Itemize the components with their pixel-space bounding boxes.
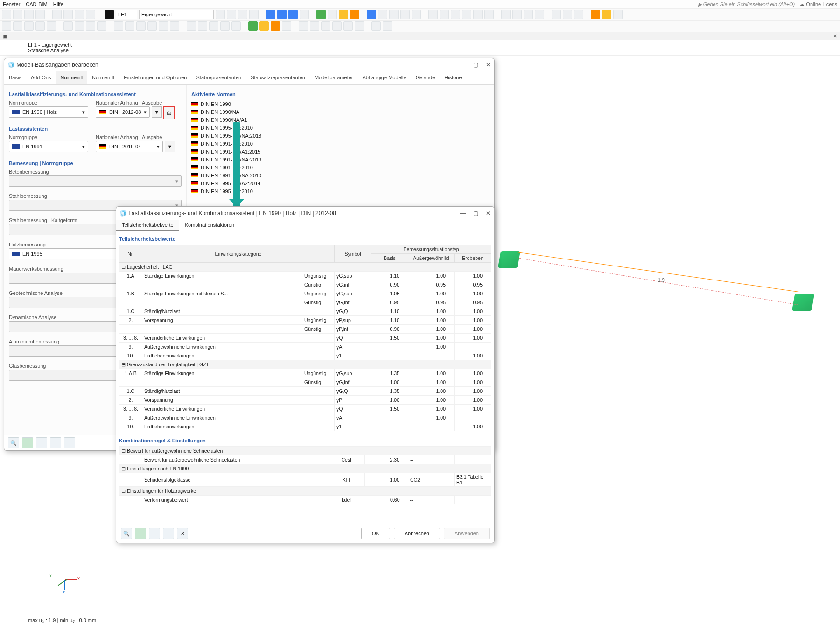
toolbar-icon[interactable] (24, 21, 34, 31)
dialog1-tab[interactable]: Stabsatzrepräsentanten (246, 71, 310, 84)
lf-code[interactable]: LF1 (116, 10, 137, 19)
menu-cadbim[interactable]: CAD-BIM (26, 1, 47, 7)
toolbar-icon[interactable] (350, 10, 359, 19)
lf-name[interactable]: Eigengewicht (139, 10, 214, 19)
dialog1-tab[interactable]: Einstellungen und Optionen (119, 71, 191, 84)
toolbar-icon[interactable] (216, 10, 225, 19)
toolbar-icon[interactable] (136, 21, 146, 31)
toolbar-icon[interactable] (310, 21, 319, 31)
dialog1-tab[interactable]: Stabrepräsentanten (191, 71, 246, 84)
toolbar-icon[interactable] (238, 10, 247, 19)
toolbar-icon[interactable] (13, 21, 22, 31)
footer-icon[interactable]: 🔍 (121, 528, 132, 539)
maximize-icon[interactable]: ▢ (473, 210, 478, 217)
toolbar-icon[interactable] (97, 21, 106, 31)
toolbar-icon[interactable] (328, 10, 337, 19)
toolbar-icon[interactable] (367, 10, 376, 19)
toolbar-icon[interactable] (75, 21, 84, 31)
dialog1-tab[interactable]: Basis (4, 71, 26, 84)
toolbar-icon[interactable] (125, 21, 134, 31)
toolbar-icon[interactable] (451, 10, 460, 19)
toolbar-icon[interactable] (13, 10, 22, 19)
footer-icon[interactable] (36, 437, 47, 448)
toolbar-icon[interactable] (524, 10, 533, 19)
toolbar-icon[interactable] (316, 10, 326, 19)
footer-icon[interactable] (163, 528, 174, 539)
toolbar-icon[interactable] (35, 10, 45, 19)
ok-button[interactable]: OK (361, 528, 390, 539)
minimize-icon[interactable]: — (460, 210, 466, 217)
toolbar-icon[interactable] (574, 10, 583, 19)
toolbar-icon[interactable] (602, 10, 611, 19)
footer-icon[interactable] (149, 528, 160, 539)
select-annex-2[interactable]: DIN | 2019-04▾ (96, 141, 163, 152)
footer-icon[interactable] (64, 437, 75, 448)
toolbar-icon[interactable] (198, 21, 207, 31)
toolbar-icon[interactable] (227, 10, 236, 19)
toolbar-icon[interactable] (63, 21, 73, 31)
dialog1-tab[interactable]: Historie (440, 71, 466, 84)
footer-icon[interactable] (135, 528, 146, 539)
dialog1-tab[interactable]: Normen I (56, 71, 87, 84)
toolbar-icon[interactable] (220, 21, 230, 31)
toolbar-icon[interactable] (24, 10, 34, 19)
toolbar-icon[interactable] (591, 10, 600, 19)
maximize-icon[interactable]: ▢ (473, 62, 478, 68)
toolbar-icon[interactable] (187, 21, 196, 31)
filter-button[interactable]: ▼ (152, 106, 162, 118)
toolbar-icon[interactable] (378, 10, 387, 19)
toolbar-icon[interactable] (473, 10, 483, 19)
toolbar-icon[interactable] (339, 10, 348, 19)
toolbar-icon[interactable] (332, 21, 342, 31)
toolbar-icon[interactable] (501, 10, 511, 19)
apply-button[interactable]: Anwenden (444, 528, 490, 539)
toolbar-icon[interactable] (440, 10, 449, 19)
toolbar-icon[interactable] (484, 10, 494, 19)
toolbar-icon[interactable] (271, 21, 280, 31)
toolbar-icon[interactable] (259, 21, 269, 31)
toolbar-icon[interactable] (277, 10, 287, 19)
keyword-search-hint[interactable]: ▶ Geben Sie ein Schlüsselwort ein (Alt+Q… (698, 1, 795, 7)
toolbar-icon[interactable] (300, 10, 309, 19)
toolbar-icon[interactable] (282, 21, 291, 31)
footer-icon[interactable] (50, 437, 61, 448)
toolbar-icon[interactable] (383, 21, 392, 31)
close-icon[interactable]: ✕ (486, 62, 490, 68)
toolbar-icon[interactable] (52, 10, 62, 19)
footer-icon[interactable]: ✕ (177, 528, 188, 539)
select-normgruppe-2[interactable]: EN 1991▾ (9, 141, 88, 152)
doc-tab[interactable]: ▣ (3, 33, 7, 39)
tab-teilsicherheitsbeiwerte[interactable]: Teilsicherheitsbeiwerte (116, 220, 179, 231)
toolbar-icon[interactable] (288, 10, 298, 19)
dialog1-tab[interactable]: Normen II (87, 71, 119, 84)
toolbar-icon[interactable] (343, 21, 353, 31)
toolbar-icon[interactable] (321, 21, 330, 31)
toolbar-icon[interactable] (47, 21, 56, 31)
toolbar-icon[interactable] (266, 10, 275, 19)
dialog1-tab[interactable]: Abhängige Modelle (357, 71, 411, 84)
toolbar-icon[interactable] (209, 21, 218, 31)
toolbar-icon[interactable] (389, 10, 399, 19)
toolbar-icon[interactable] (114, 21, 123, 31)
toolbar-icon[interactable] (563, 10, 572, 19)
minimize-icon[interactable]: — (460, 62, 466, 68)
toolbar-icon[interactable] (35, 21, 45, 31)
toolbar-icon[interactable] (249, 10, 259, 19)
toolbar-icon[interactable] (147, 21, 157, 31)
select-annex-1[interactable]: DIN | 2012-08▾ (96, 106, 150, 118)
toolbar-icon[interactable] (355, 21, 364, 31)
toolbar-icon[interactable] (371, 21, 381, 31)
toolbar-icon[interactable] (248, 21, 258, 31)
toolbar-icon[interactable] (86, 10, 95, 19)
dialog1-tab[interactable]: Modellparameter (310, 71, 358, 84)
close-icon[interactable]: ✕ (486, 210, 490, 217)
toolbar-icon[interactable] (2, 10, 11, 19)
toolbar-icon[interactable] (552, 10, 561, 19)
toolbar-icon[interactable] (159, 21, 168, 31)
toolbar-icon[interactable] (75, 10, 84, 19)
toolbar-icon[interactable] (299, 21, 308, 31)
dialog2-titlebar[interactable]: 🧊 Lastfallklassifizierungs- und Kombinat… (116, 207, 494, 220)
toolbar-icon[interactable] (535, 10, 544, 19)
footer-icon[interactable]: 🔍 (8, 437, 19, 448)
filter-button[interactable]: ▼ (165, 141, 175, 152)
